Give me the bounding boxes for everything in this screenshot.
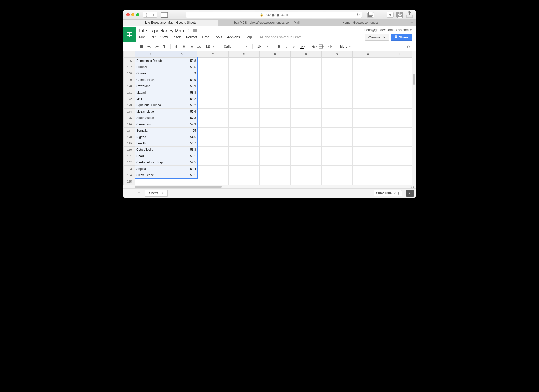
sheets-logo-icon[interactable] bbox=[123, 27, 136, 42]
address-bar[interactable]: 🔒 docs.google.com ↻ bbox=[186, 12, 362, 18]
cell[interactable] bbox=[229, 70, 260, 77]
cell[interactable] bbox=[229, 121, 260, 128]
cell[interactable] bbox=[229, 172, 260, 178]
browser-tab-2[interactable]: Home - Geoawesomeness bbox=[313, 20, 408, 26]
cell[interactable] bbox=[260, 109, 291, 115]
cell[interactable]: 53.3 bbox=[166, 147, 197, 153]
merge-cells-button[interactable]: ▾ bbox=[326, 43, 333, 50]
italic-button[interactable]: I bbox=[283, 43, 290, 50]
cell[interactable] bbox=[260, 159, 291, 166]
cell[interactable]: Mali bbox=[135, 96, 166, 102]
cell[interactable]: 53.1 bbox=[166, 153, 197, 159]
explore-button[interactable]: ✦ bbox=[406, 190, 414, 197]
cell[interactable]: 55 bbox=[166, 128, 197, 134]
cell[interactable] bbox=[197, 166, 229, 172]
cell[interactable]: Central African Rep bbox=[135, 159, 166, 166]
cell[interactable] bbox=[197, 134, 229, 140]
cell[interactable] bbox=[384, 89, 412, 96]
cell[interactable]: 57.6 bbox=[166, 109, 197, 115]
cell[interactable] bbox=[322, 96, 353, 102]
cell[interactable] bbox=[353, 134, 384, 140]
cell[interactable] bbox=[353, 147, 384, 153]
cell[interactable] bbox=[260, 178, 291, 185]
cell[interactable]: Cameroon bbox=[135, 121, 166, 128]
row-header[interactable]: 185 bbox=[124, 178, 135, 185]
row-header[interactable]: 176 bbox=[124, 121, 135, 128]
cell[interactable]: 58.2 bbox=[166, 96, 197, 102]
cell[interactable] bbox=[229, 140, 260, 147]
browser-tab-0[interactable]: Life Expectancy Map - Google Sheets bbox=[123, 20, 218, 26]
cell[interactable] bbox=[229, 147, 260, 153]
cell[interactable] bbox=[260, 147, 291, 153]
text-color-button[interactable]: A▾ bbox=[299, 43, 305, 50]
row-header[interactable]: 173 bbox=[124, 102, 135, 109]
menu-format[interactable]: Format bbox=[186, 35, 197, 39]
cell[interactable] bbox=[322, 159, 353, 166]
row-header[interactable]: 182 bbox=[124, 159, 135, 166]
star-icon[interactable]: ☆ bbox=[187, 28, 190, 33]
cell[interactable] bbox=[384, 178, 412, 185]
column-header-I[interactable]: I bbox=[384, 51, 412, 58]
cell[interactable]: 57.3 bbox=[166, 121, 197, 128]
print-icon[interactable] bbox=[138, 43, 145, 50]
currency-button[interactable]: £ bbox=[173, 43, 180, 50]
cell[interactable] bbox=[197, 58, 229, 64]
row-header[interactable]: 166 bbox=[124, 58, 135, 64]
cell[interactable] bbox=[384, 172, 412, 178]
cell[interactable] bbox=[384, 115, 412, 121]
cell[interactable]: 58.9 bbox=[166, 83, 197, 89]
cell[interactable] bbox=[322, 77, 353, 83]
strikethrough-button[interactable]: S bbox=[291, 43, 298, 50]
cell[interactable] bbox=[260, 121, 291, 128]
cell[interactable]: Cote d'Ivoire bbox=[135, 147, 166, 153]
cell[interactable]: 54.5 bbox=[166, 134, 197, 140]
cell[interactable] bbox=[322, 115, 353, 121]
cell[interactable] bbox=[384, 134, 412, 140]
vertical-scrollbar[interactable] bbox=[412, 51, 416, 185]
row-header[interactable]: 183 bbox=[124, 166, 135, 172]
row-header[interactable]: 171 bbox=[124, 89, 135, 96]
cell[interactable] bbox=[322, 153, 353, 159]
number-format-select[interactable]: 123▼ bbox=[204, 43, 217, 50]
cell[interactable] bbox=[260, 166, 291, 172]
cell[interactable] bbox=[322, 121, 353, 128]
column-header-F[interactable]: F bbox=[291, 51, 322, 58]
row-header[interactable]: 178 bbox=[124, 134, 135, 140]
cell[interactable]: 52.4 bbox=[166, 166, 197, 172]
cell[interactable] bbox=[353, 58, 384, 64]
sheet-tab[interactable]: Sheet1 ▼ bbox=[145, 190, 168, 197]
cell[interactable] bbox=[229, 102, 260, 109]
cell[interactable]: Sierra Leone bbox=[135, 172, 166, 178]
row-header[interactable]: 179 bbox=[124, 140, 135, 147]
column-header-B[interactable]: B bbox=[166, 51, 197, 58]
cell[interactable]: Chad bbox=[135, 153, 166, 159]
cell[interactable] bbox=[291, 140, 322, 147]
cell[interactable] bbox=[291, 121, 322, 128]
cell[interactable]: 57.3 bbox=[166, 115, 197, 121]
cell[interactable] bbox=[197, 96, 229, 102]
cell[interactable] bbox=[197, 77, 229, 83]
share-button[interactable] bbox=[406, 12, 413, 18]
cell[interactable] bbox=[291, 166, 322, 172]
cell[interactable] bbox=[384, 64, 412, 70]
menu-tools[interactable]: Tools bbox=[214, 35, 222, 39]
cell[interactable] bbox=[291, 115, 322, 121]
cell[interactable] bbox=[322, 166, 353, 172]
tabs-overview-button[interactable] bbox=[367, 12, 374, 18]
cell[interactable] bbox=[384, 147, 412, 153]
cell[interactable] bbox=[322, 147, 353, 153]
all-sheets-button[interactable]: ≡ bbox=[135, 190, 142, 197]
menu-file[interactable]: File bbox=[139, 35, 145, 39]
cell[interactable]: Swaziland bbox=[135, 83, 166, 89]
cell[interactable]: Democratic Repub bbox=[135, 58, 166, 64]
cell[interactable]: 59.8 bbox=[166, 58, 197, 64]
cell[interactable] bbox=[353, 172, 384, 178]
cell[interactable] bbox=[197, 115, 229, 121]
cell[interactable] bbox=[229, 178, 260, 185]
cell[interactable] bbox=[260, 172, 291, 178]
cell[interactable] bbox=[322, 109, 353, 115]
row-header[interactable]: 169 bbox=[124, 77, 135, 83]
close-window-button[interactable] bbox=[126, 13, 130, 16]
minimize-window-button[interactable] bbox=[131, 13, 134, 16]
cell[interactable] bbox=[353, 96, 384, 102]
